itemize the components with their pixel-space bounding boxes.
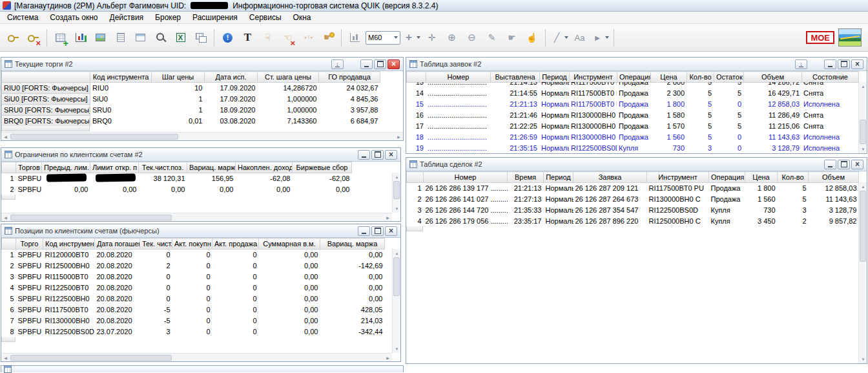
scroll-down-icon[interactable]: ▼ — [393, 204, 400, 213]
scrollbar-thumb[interactable] — [10, 215, 172, 220]
column-header[interactable]: Кол-во — [687, 72, 714, 83]
table-row[interactable]: 3SPBFURI115000BT020.08.20200000,000,00 — [2, 272, 385, 282]
panel-titlebar[interactable]: Позиции по клиентским счетам (фьючерсы) — [1, 224, 400, 238]
table-row[interactable]: 17..............................21:22:25… — [406, 120, 858, 131]
scroll-up-icon[interactable]: ▲ — [859, 182, 867, 191]
vertical-scrollbar[interactable]: ▲ ▼ — [392, 249, 400, 353]
column-header[interactable]: Выставлена — [491, 72, 540, 83]
minimize-button[interactable] — [824, 59, 836, 69]
maximize-button[interactable] — [838, 59, 850, 69]
scroll-right-icon[interactable]: ▶ — [384, 354, 392, 361]
panel-titlebar[interactable]: Текущие торги #2 — [1, 58, 403, 71]
table-row[interactable]: 126 126 286 139 177 ............21:21:13… — [407, 183, 859, 194]
negotiation-button[interactable] — [298, 27, 317, 48]
search-button[interactable] — [151, 27, 170, 48]
column-header[interactable]: Объем — [809, 172, 859, 183]
menu-item-create-window[interactable]: Создать окно — [44, 12, 103, 23]
table-row[interactable]: 6SPBFURI117500BT020.08.2020-5000,00428,0… — [2, 304, 385, 315]
table-row[interactable]: 226 126 286 141 027 ............21:27:13… — [407, 194, 859, 205]
menu-item-broker[interactable]: Брокер — [149, 12, 187, 23]
column-header[interactable]: Дата погашен — [95, 239, 140, 250]
column-header[interactable]: Период — [540, 72, 570, 83]
scroll-left-icon[interactable]: ◀ — [1, 133, 10, 140]
column-header[interactable]: Накоплен. доход — [236, 162, 293, 173]
column-header[interactable]: Операция — [617, 72, 651, 83]
anchor-button[interactable] — [331, 59, 344, 69]
table-row[interactable]: 15..............................21:21:13… — [406, 98, 858, 109]
maximize-button[interactable] — [371, 150, 384, 160]
column-header[interactable]: Дата исп. — [205, 72, 258, 83]
chart-preview-button[interactable] — [837, 27, 863, 48]
column-header[interactable] — [2, 162, 16, 173]
column-header[interactable]: Остаток — [714, 72, 744, 83]
close-button[interactable] — [388, 59, 400, 69]
move-tool-button[interactable] — [422, 27, 441, 48]
minimize-button[interactable] — [358, 226, 370, 236]
pan-tool-button[interactable] — [522, 27, 541, 48]
column-header[interactable]: Биржевые сбор — [293, 162, 352, 173]
horizontal-scrollbar[interactable]: ◀ ▶ — [1, 213, 392, 221]
column-header[interactable]: Инструмент — [570, 72, 617, 83]
column-header[interactable]: Вариац. маржа — [320, 239, 385, 250]
horizontal-scrollbar[interactable]: ◀ ▶ — [1, 353, 392, 361]
column-header[interactable]: Вариац. марж — [187, 162, 236, 173]
column-header[interactable]: Предыд. лим. — [42, 162, 90, 173]
column-header[interactable] — [407, 172, 424, 183]
money-transfer-button[interactable] — [318, 27, 337, 48]
close-button[interactable] — [851, 59, 863, 69]
add-indicator-button[interactable] — [402, 27, 421, 48]
panel-titlebar[interactable]: Ограничения по клиентским счетам #2 — [1, 148, 400, 162]
table-row[interactable]: BRQ0 [FORTS: Фьючерсы]BRQ00,0103.08.2020… — [2, 116, 380, 127]
scroll-up-icon[interactable]: ▲ — [393, 173, 400, 181]
order-put-button[interactable] — [258, 27, 277, 48]
new-window-button[interactable] — [131, 27, 150, 48]
line-tool-button[interactable] — [550, 27, 569, 48]
maximize-button[interactable] — [838, 160, 850, 169]
column-header[interactable]: Ст. шага цены — [258, 72, 319, 83]
column-header[interactable]: Период — [544, 172, 574, 183]
scroll-right-icon[interactable]: ▶ — [395, 133, 403, 140]
table-row[interactable]: 326 126 286 144 720 ............21:35:33… — [407, 205, 859, 216]
column-header[interactable]: Акт. продажа — [212, 239, 259, 250]
menu-item-actions[interactable]: Действия — [104, 12, 150, 23]
table-row[interactable]: 16..............................21:21:46… — [406, 109, 858, 120]
column-header[interactable]: Акт. покупн — [172, 239, 212, 250]
table-row[interactable]: 8SPBFURI122500BS0D23.07.20203000,00-342,… — [2, 326, 385, 337]
new-image-button[interactable] — [91, 27, 110, 48]
scroll-down-icon[interactable]: ▼ — [393, 345, 400, 353]
arrow-tool-button[interactable] — [590, 27, 610, 48]
tables-button[interactable] — [191, 27, 210, 48]
column-header[interactable] — [407, 72, 426, 83]
table-row[interactable]: 426 126 286 179 056 ............23:35:17… — [407, 216, 859, 227]
column-header[interactable]: Шаг цены — [152, 72, 205, 83]
scroll-down-icon[interactable]: ▼ — [859, 145, 867, 153]
menu-item-extensions[interactable]: Расширения — [187, 12, 243, 23]
scroll-up-icon[interactable]: ▲ — [859, 82, 867, 91]
scroll-left-icon[interactable]: ◀ — [1, 354, 10, 361]
zoom-in-button[interactable] — [442, 27, 461, 48]
partial-window-edge[interactable] — [1, 365, 404, 372]
table-row[interactable]: 5SPBFURI122500BH020.08.20200000,000,00 — [2, 293, 385, 304]
zoom-out-button[interactable] — [462, 27, 481, 48]
vertical-scrollbar[interactable]: ▲ ▼ — [392, 173, 400, 213]
panel-titlebar[interactable]: Таблица заявок #2 — [406, 58, 867, 71]
chart-type-button[interactable] — [346, 27, 364, 48]
column-header[interactable]: Номер — [424, 172, 508, 183]
close-button[interactable] — [385, 226, 397, 236]
column-header[interactable]: Суммарная в.м. — [259, 239, 320, 250]
period-combo[interactable]: M60 — [366, 31, 400, 45]
close-button[interactable] — [385, 150, 397, 160]
minimize-button[interactable] — [358, 150, 370, 160]
scrollbar-thumb[interactable] — [10, 134, 178, 140]
column-header[interactable]: Цена — [651, 72, 687, 83]
column-header[interactable]: Операция — [709, 172, 745, 183]
anchor-button[interactable] — [795, 59, 807, 69]
table-row[interactable]: 7SPBFURI130000BH020.08.2020-5000,00214,0… — [2, 315, 385, 326]
table-row[interactable]: 4SPBFURI122500BT020.08.20200000,000,00 — [2, 282, 385, 293]
column-header[interactable]: Тек. чист. п — [140, 239, 172, 250]
column-header[interactable]: Код инструмент — [43, 239, 95, 250]
column-header[interactable]: Объем — [744, 72, 802, 83]
minimize-button[interactable] — [824, 160, 836, 169]
new-chart-button[interactable] — [71, 27, 90, 48]
order-cancel-button[interactable] — [278, 27, 297, 48]
